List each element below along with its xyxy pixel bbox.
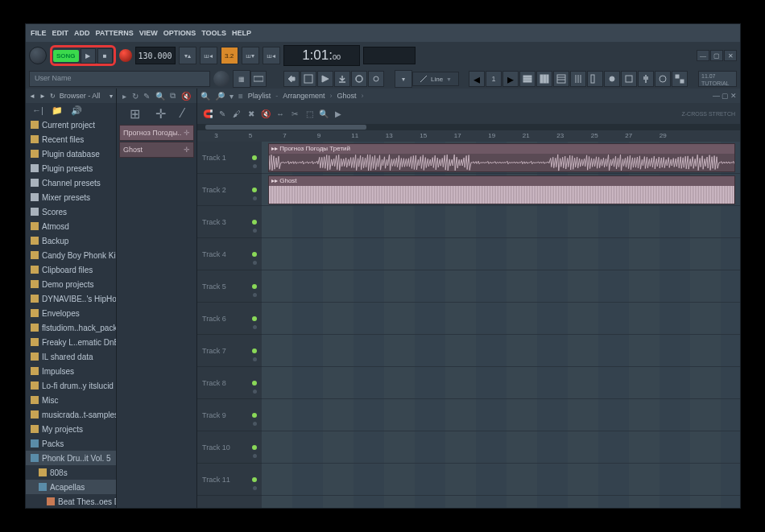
track-mute-icon[interactable] <box>253 293 257 297</box>
track-led-icon[interactable] <box>252 220 257 225</box>
menu-file[interactable]: FILE <box>31 29 47 37</box>
tool-pencil-icon[interactable]: ✎ <box>217 108 228 119</box>
timeline-ruler[interactable]: 357911131517192123252729 <box>197 130 740 142</box>
breadcrumb-pattern[interactable]: Ghost <box>337 92 356 100</box>
view-channel-rack-button[interactable] <box>553 71 569 87</box>
track-header[interactable]: Track 11 <box>197 464 262 496</box>
close-button[interactable]: ✕ <box>724 50 737 61</box>
main-volume-knob[interactable] <box>29 47 47 64</box>
track-header[interactable]: Track 10 <box>197 431 262 464</box>
tool-mute-icon[interactable]: 🔇 <box>260 108 271 119</box>
track-mute-icon[interactable] <box>253 357 257 361</box>
track-lane[interactable]: ▸▸ Ghost <box>262 174 740 206</box>
snap-selector[interactable]: ▦ <box>233 70 250 88</box>
arrange-windows-button[interactable] <box>672 71 688 87</box>
browser-item[interactable]: Demo projects <box>26 277 116 291</box>
view-mixer-button[interactable] <box>570 71 586 87</box>
browser-item[interactable]: 808s <box>26 465 116 480</box>
track-mute-icon[interactable] <box>253 454 257 458</box>
track-lane[interactable] <box>262 238 740 270</box>
track-lanes[interactable]: ▸▸ Прогноз Погоды Третий▸▸ Ghost <box>262 142 740 508</box>
picker-nav-prev-icon[interactable]: ▸ <box>122 92 126 101</box>
blend-notes-button[interactable]: ш▾ <box>242 47 259 64</box>
browser-item[interactable]: Envelopes <box>26 306 116 320</box>
pattern-selector-next[interactable]: ▸ <box>502 71 519 87</box>
browser-item[interactable]: Plugin database <box>26 146 116 161</box>
track-led-icon[interactable] <box>252 445 257 450</box>
tool-zoom-icon[interactable]: 🔍 <box>318 108 329 119</box>
menu-patterns[interactable]: PATTERNS <box>96 29 134 37</box>
track-mute-icon[interactable] <box>253 229 257 233</box>
track-header[interactable]: Track 3 <box>197 206 262 238</box>
track-led-icon[interactable] <box>252 477 257 482</box>
folder-icon[interactable]: 📁 <box>52 105 63 116</box>
audio-clip[interactable]: ▸▸ Ghost <box>268 175 735 204</box>
menu-icon[interactable]: ≡ <box>238 92 243 101</box>
browser-item[interactable]: Scores <box>26 204 116 219</box>
browser-forward-icon[interactable]: ► <box>39 93 46 100</box>
tool-magnet-icon[interactable]: 🧲 <box>202 108 213 119</box>
picker-mute-icon[interactable]: 🔇 <box>181 92 191 101</box>
browser-list[interactable]: Current projectRecent filesPlugin databa… <box>26 118 116 508</box>
track-lane[interactable] <box>262 464 740 496</box>
metronome-button[interactable]: ▾▴ <box>179 47 196 64</box>
track-lane[interactable] <box>262 270 740 303</box>
track-lane[interactable] <box>262 496 740 508</box>
horizontal-scrollbar[interactable] <box>197 124 740 130</box>
menu-add[interactable]: ADD <box>74 29 90 37</box>
tempo-tap-button[interactable] <box>604 71 620 87</box>
browser-item[interactable]: Acapellas <box>26 480 116 494</box>
close-windows-button[interactable] <box>621 71 637 87</box>
track-mute-icon[interactable] <box>253 422 257 426</box>
browser-menu-icon[interactable]: ▾ <box>110 93 113 100</box>
view-browser-button[interactable] <box>587 71 603 87</box>
tool-slip-icon[interactable]: ↔ <box>275 108 286 119</box>
track-led-icon[interactable] <box>252 348 257 353</box>
render-button[interactable] <box>317 71 333 87</box>
track-mute-icon[interactable] <box>253 486 257 490</box>
audio-clip[interactable]: ▸▸ Прогноз Погоды Третий <box>268 143 735 172</box>
track-led-icon[interactable] <box>252 188 257 192</box>
browser-item[interactable]: My projects <box>26 422 116 436</box>
browser-item[interactable]: Clipboard files <box>26 262 116 277</box>
browser-back-icon[interactable]: ◄ <box>29 93 35 100</box>
picker-refresh-icon[interactable]: ↻ <box>132 92 139 101</box>
play-button[interactable]: ▶ <box>81 48 96 64</box>
track-header[interactable]: Track 9 <box>197 399 262 431</box>
record-button[interactable] <box>119 49 132 62</box>
plus-mode-icon[interactable]: ✛ <box>155 106 166 122</box>
pattern-item[interactable]: Ghost✛ <box>119 142 194 158</box>
project-info-button[interactable] <box>655 71 671 87</box>
browser-reload-icon[interactable]: ↻ <box>50 93 56 100</box>
track-header[interactable]: Track 1 <box>197 142 262 174</box>
tool-play-icon[interactable]: ▶ <box>333 108 344 119</box>
browser-item[interactable]: flstudiom..hack_pack <box>26 320 116 335</box>
settings-icon[interactable]: ▾ <box>229 92 234 101</box>
track-led-icon[interactable] <box>252 316 257 321</box>
browser-item[interactable]: Phonk Dru..it Vol. 5 <box>26 451 116 465</box>
picker-clone-icon[interactable]: ⧉ <box>170 91 176 101</box>
browser-item[interactable]: Recent files <box>26 132 116 146</box>
collapse-icon[interactable]: ←| <box>32 105 43 115</box>
tool-delete-icon[interactable]: ✖ <box>246 108 257 119</box>
browser-item[interactable]: Backup <box>26 233 116 248</box>
browser-item[interactable]: Freaky L..ematic DnB <box>26 335 116 349</box>
step-edit-button[interactable]: ш◂ <box>263 47 280 64</box>
track-header[interactable]: Track 7 <box>197 335 262 367</box>
browser-item[interactable]: Mixer presets <box>26 190 116 204</box>
tool-slice-icon[interactable]: ✂ <box>289 108 300 119</box>
time-display[interactable]: 1:01:00 <box>283 45 360 66</box>
track-lane[interactable]: ▸▸ Прогноз Погоды Третий <box>262 142 740 174</box>
browser-item[interactable]: musicrada..t-samples <box>26 407 116 422</box>
save-button[interactable] <box>300 71 316 87</box>
sound-icon[interactable]: 🔊 <box>71 105 82 116</box>
tool-select-icon[interactable]: ⬚ <box>304 108 315 119</box>
browser-item[interactable]: IL shared data <box>26 349 116 364</box>
browser-item[interactable]: Packs <box>26 436 116 451</box>
track-header[interactable]: Track 6 <box>197 303 262 335</box>
track-lane[interactable] <box>262 335 740 367</box>
pattern-selector-prev[interactable]: ◂ <box>469 71 485 87</box>
track-lane[interactable] <box>262 206 740 238</box>
track-led-icon[interactable] <box>252 252 257 257</box>
zcross-stretch-label[interactable]: Z-CROSS STRETCH <box>682 111 736 117</box>
